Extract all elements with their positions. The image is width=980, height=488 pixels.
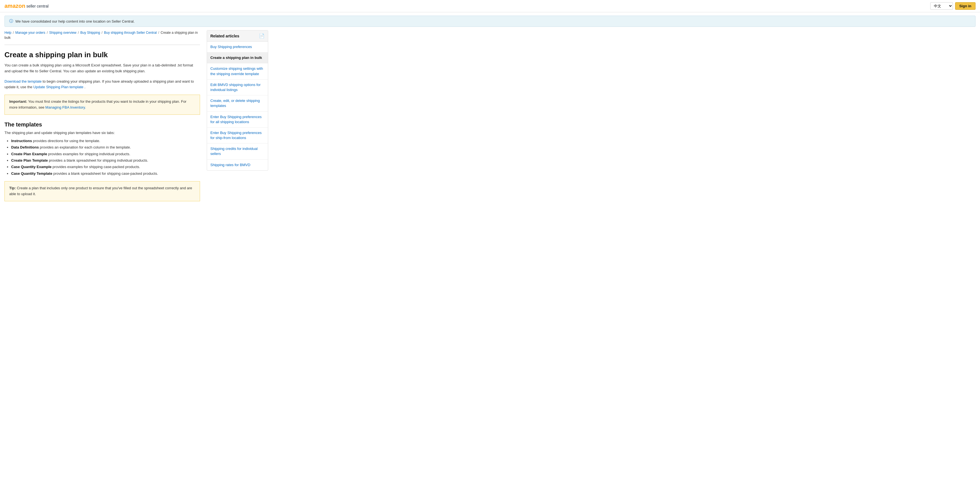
breadcrumb-help[interactable]: Help <box>5 31 11 35</box>
related-article-link-4[interactable]: Edit BMVD shipping options for individua… <box>207 79 268 95</box>
related-article-link-2[interactable]: Create a shipping plan in bulk <box>207 52 268 63</box>
related-articles-title: Related articles <box>210 34 239 38</box>
related-article-item: Enter Buy Shipping preferences for all s… <box>207 112 268 128</box>
info-icon: ⓘ <box>9 19 13 24</box>
language-selector[interactable]: 中文 English <box>930 2 953 10</box>
header-right: 中文 English Sign in <box>930 2 975 10</box>
sidebar: Related articles 📄 Buy Shipping preferen… <box>207 30 268 201</box>
item-bold-2: Data Definitions <box>11 145 39 149</box>
managing-fba-link[interactable]: Managing FBA Inventory. <box>45 105 86 109</box>
page-title: Create a shipping plan in bulk <box>5 51 200 59</box>
seller-central-label: seller central <box>26 4 48 8</box>
related-article-link-9[interactable]: Shipping rates for BMVD <box>207 160 268 170</box>
breadcrumb-sep-3: / <box>78 31 80 35</box>
related-article-item: Edit BMVD shipping options for individua… <box>207 79 268 95</box>
related-article-link-5[interactable]: Create, edit, or delete shipping templat… <box>207 95 268 111</box>
content-area: Help / Manage your orders / Shipping ove… <box>5 30 200 201</box>
related-article-link-7[interactable]: Enter Buy Shipping preferences for ship-… <box>207 128 268 143</box>
amazon-logo-text: amazon <box>5 3 25 9</box>
templates-section-title: The templates <box>5 122 200 128</box>
tip-label: Tip: <box>9 186 16 190</box>
template-items-list: Instructions provides directions for usi… <box>11 138 200 177</box>
important-box: Important: You must first create the lis… <box>5 95 200 115</box>
related-article-item: Create, edit, or delete shipping templat… <box>207 95 268 111</box>
update-template-link[interactable]: Update Shipping Plan template <box>33 85 83 89</box>
intro-text: You can create a bulk shipping plan usin… <box>5 63 200 74</box>
related-articles-header: Related articles 📄 <box>207 30 268 41</box>
related-article-link-8[interactable]: Shipping credits for individual sellers <box>207 144 268 159</box>
item-bold-4: Create Plan Template <box>11 158 48 163</box>
item-bold-5: Case Quantity Example <box>11 165 52 169</box>
page-header: amazon seller central 中文 English Sign in <box>0 0 980 12</box>
breadcrumb-sep-2: / <box>47 31 49 35</box>
important-label: Important: <box>9 100 27 104</box>
list-item: Create Plan Example provides examples fo… <box>11 151 200 157</box>
templates-intro: The shipping plan and update shipping pl… <box>5 131 200 135</box>
breadcrumb: Help / Manage your orders / Shipping ove… <box>5 30 200 40</box>
related-article-item: Customize shipping settings with the shi… <box>207 63 268 79</box>
item-bold-6: Case Quantity Template <box>11 171 52 176</box>
banner-text: We have consolidated our help content in… <box>15 19 135 24</box>
item-text-1: provides directions for using the templa… <box>32 139 100 143</box>
logo-area: amazon seller central <box>5 3 49 9</box>
important-text: You must first create the listings for t… <box>9 100 186 109</box>
item-text-3: provides examples for shipping individua… <box>47 152 130 156</box>
breadcrumb-buy-shipping[interactable]: Buy Shipping <box>80 31 100 35</box>
related-article-item: Shipping credits for individual sellers <box>207 144 268 159</box>
tip-text: Create a plan that includes only one pro… <box>9 186 192 196</box>
item-text-4: provides a blank spreadsheet for shippin… <box>48 158 148 163</box>
breadcrumb-buy-shipping-seller-central[interactable]: Buy shipping through Seller Central <box>104 31 157 35</box>
document-icon: 📄 <box>259 33 264 38</box>
list-item: Create Plan Template provides a blank sp… <box>11 157 200 163</box>
item-text-5: provides examples for shipping case-pack… <box>52 165 140 169</box>
related-article-item: Enter Buy Shipping preferences for ship-… <box>207 128 268 144</box>
sign-in-button[interactable]: Sign in <box>955 2 975 10</box>
download-template-link[interactable]: Download the template <box>5 79 41 84</box>
list-item: Instructions provides directions for usi… <box>11 138 200 144</box>
item-text-2: provides an explanation for each column … <box>39 145 131 149</box>
amazon-logo: amazon <box>5 3 25 9</box>
breadcrumb-shipping-overview[interactable]: Shipping overview <box>49 31 76 35</box>
related-article-link-6[interactable]: Enter Buy Shipping preferences for all s… <box>207 112 268 127</box>
intro-body: You can create a bulk shipping plan usin… <box>5 63 193 73</box>
list-item: Case Quantity Template provides a blank … <box>11 170 200 177</box>
item-text-6: provides a blank spreadsheet for shippin… <box>52 171 158 176</box>
item-bold-3: Create Plan Example <box>11 152 47 156</box>
breadcrumb-sep-5: / <box>158 31 160 35</box>
related-articles-box: Related articles 📄 Buy Shipping preferen… <box>207 30 268 171</box>
related-article-item: Buy Shipping preferences <box>207 41 268 52</box>
related-article-item-active: Create a shipping plan in bulk <box>207 52 268 63</box>
tip-box: Tip: Create a plan that includes only on… <box>5 181 200 201</box>
update-suffix: . <box>84 85 86 89</box>
list-item: Data Definitions provides an explanation… <box>11 144 200 151</box>
related-article-link-3[interactable]: Customize shipping settings with the shi… <box>207 63 268 79</box>
breadcrumb-manage-orders[interactable]: Manage your orders <box>15 31 45 35</box>
related-articles-list: Buy Shipping preferences Create a shippi… <box>207 41 268 170</box>
related-article-link-1[interactable]: Buy Shipping preferences <box>207 41 268 52</box>
main-container: Help / Manage your orders / Shipping ove… <box>5 30 975 201</box>
info-banner: ⓘ We have consolidated our help content … <box>5 16 975 27</box>
breadcrumb-sep-1: / <box>13 31 15 35</box>
item-bold-1: Instructions <box>11 139 32 143</box>
list-item: Case Quantity Example provides examples … <box>11 163 200 170</box>
breadcrumb-sep-4: / <box>102 31 103 35</box>
download-paragraph: Download the template to begin creating … <box>5 79 200 90</box>
related-article-item: Shipping rates for BMVD <box>207 160 268 170</box>
